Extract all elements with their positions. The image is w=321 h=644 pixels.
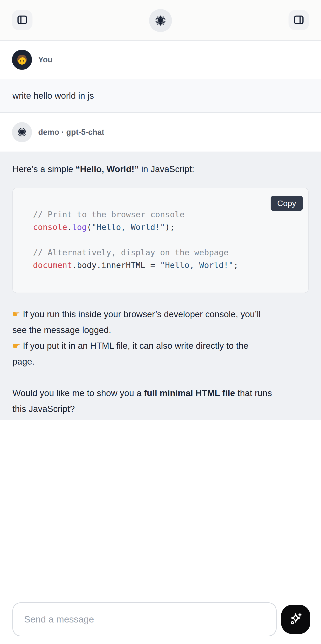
assistant-message-header: demo · gpt-5-chat bbox=[0, 113, 321, 152]
composer bbox=[0, 593, 321, 644]
assistant-avatar bbox=[12, 122, 32, 142]
code-content: // Print to the browser consoleconsole.l… bbox=[33, 208, 299, 272]
panel-right-icon bbox=[293, 14, 305, 26]
chat-app: You write hello world in js demo · gpt-5… bbox=[0, 0, 321, 644]
assistant-pointer-text: ☛ If you run this inside your browser’s … bbox=[12, 306, 309, 370]
assistant-question-text: Would you like me to show you a full min… bbox=[12, 385, 309, 417]
user-message-body: write hello world in js bbox=[0, 79, 321, 113]
send-button[interactable] bbox=[281, 605, 310, 634]
right-panel-toggle-button[interactable] bbox=[289, 10, 309, 30]
model-menu-button[interactable] bbox=[149, 9, 172, 32]
assistant-message: demo · gpt-5-chat Here’s a simple “Hello… bbox=[0, 113, 321, 420]
message-input[interactable] bbox=[12, 602, 277, 636]
user-avatar bbox=[12, 50, 32, 70]
sidebar-toggle-button[interactable] bbox=[12, 10, 32, 30]
assistant-message-body: Here’s a simple “Hello, World!” in JavaS… bbox=[0, 152, 321, 420]
code-block: Copy // Print to the browser consolecons… bbox=[12, 188, 309, 293]
person-emoji-icon bbox=[15, 53, 29, 67]
assistant-author-label: demo · gpt-5-chat bbox=[38, 128, 104, 137]
assistant-intro-text: Here’s a simple “Hello, World!” in JavaS… bbox=[12, 161, 309, 177]
user-author-label: You bbox=[38, 55, 52, 64]
user-message-header: You bbox=[0, 41, 321, 79]
copy-code-button[interactable]: Copy bbox=[271, 196, 303, 211]
panel-left-icon bbox=[16, 14, 28, 26]
starburst-icon bbox=[17, 128, 27, 137]
topbar bbox=[0, 0, 321, 41]
user-message-text: write hello world in js bbox=[12, 91, 94, 101]
starburst-icon bbox=[155, 15, 166, 26]
user-message: You write hello world in js bbox=[0, 41, 321, 113]
sparkle-plus-icon bbox=[288, 612, 303, 627]
